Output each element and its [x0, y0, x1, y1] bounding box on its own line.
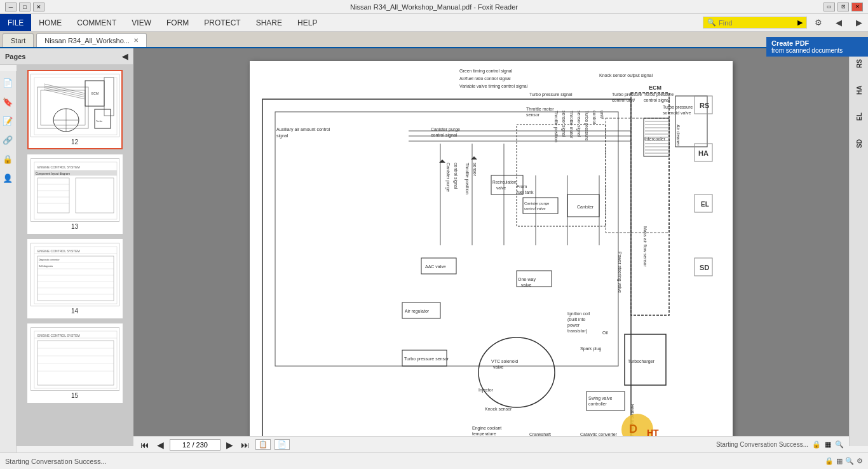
svg-text:AAC valve: AAC valve [425, 264, 446, 269]
svg-text:One-way: One-way [518, 277, 536, 282]
svg-text:HA: HA [698, 149, 709, 157]
svg-text:solenoid valve: solenoid valve [663, 111, 691, 115]
maximize-btn[interactable]: □ [19, 3, 31, 11]
settings-btn[interactable]: ⚙ [810, 14, 827, 32]
svg-text:Turbo: Turbo [96, 119, 103, 123]
svg-text:Auxiliary air amount control: Auxiliary air amount control [276, 127, 330, 132]
svg-text:Component layout diagram: Component layout diagram [36, 172, 70, 175]
nav-last-btn[interactable]: ⏭ [239, 440, 252, 447]
menu-help[interactable]: HELP [290, 14, 325, 31]
win-minimize-btn[interactable]: ▭ [824, 3, 835, 11]
win-close-btn[interactable]: ✕ [851, 3, 863, 11]
page-num-13: 13 [71, 223, 78, 230]
sidebar-security-icon[interactable]: 🔒 [0, 150, 15, 168]
sidebar: Pages ◀ ECM [0, 48, 133, 446]
menu-protect[interactable]: PROTECT [196, 14, 248, 31]
svg-text:Engine coolant: Engine coolant [472, 426, 501, 431]
page-thumbnail-12: ECM Turbo [31, 74, 119, 137]
sidebar-collapse-btn[interactable]: ◀ [122, 52, 128, 61]
sidebar-bookmarks-icon[interactable]: 🔖 [0, 93, 15, 111]
svg-text:Knock sensor output signal: Knock sensor output signal [599, 73, 653, 78]
svg-text:Turbocharger: Turbocharger [628, 359, 654, 364]
tab-start-label: Start [11, 37, 25, 44]
nav-copy-btn[interactable]: 📋 [255, 439, 271, 446]
status-message: Starting Conversation Success... [5, 458, 107, 465]
svg-text:control: control [592, 111, 597, 124]
menu-home[interactable]: HOME [31, 14, 69, 31]
right-label-ha: HA [851, 78, 867, 103]
svg-text:Green timing control signal: Green timing control signal [459, 69, 513, 74]
grid-icon: ▦ [825, 440, 831, 446]
svg-text:sensor signal: sensor signal [561, 111, 566, 137]
svg-text:control signal: control signal [644, 98, 670, 103]
create-pdf-banner[interactable]: Create PDF from scanned documents [766, 37, 868, 57]
right-label-sd: SD [851, 131, 867, 156]
svg-text:ECM: ECM [649, 85, 661, 91]
right-panel: RS HA EL SD [849, 48, 868, 446]
svg-text:Spark plug: Spark plug [580, 346, 602, 351]
nav-prev-btn[interactable]: ◀ [155, 440, 166, 447]
status-chart-icon: ▦ [836, 457, 843, 465]
forward-btn[interactable]: ▶ [850, 14, 868, 32]
svg-text:Turbo pressure: Turbo pressure [644, 92, 674, 97]
menu-form[interactable]: FORM [159, 14, 196, 31]
svg-text:Air/fuel ratio control signal: Air/fuel ratio control signal [459, 76, 511, 81]
pdf-page: ECM Air cleaner Green timing control sig… [250, 61, 733, 442]
svg-text:Canister purge: Canister purge [431, 127, 460, 132]
svg-text:Oil: Oil [602, 330, 608, 335]
menu-comment[interactable]: COMMENT [69, 14, 124, 31]
status-settings-icon: ⚙ [857, 457, 863, 465]
svg-text:Air cleaner: Air cleaner [676, 125, 681, 146]
tabs-bar: Start Nissan R34_All_Worksho... ✕ ▼ [0, 32, 868, 48]
svg-text:sensor signal: sensor signal [576, 111, 581, 137]
content-area[interactable]: ECM Air cleaner Green timing control sig… [133, 48, 849, 446]
svg-text:control valve: control valve [524, 207, 546, 210]
svg-text:Turbo pressure sensor: Turbo pressure sensor [404, 357, 449, 362]
svg-text:Recirculation: Recirculation [492, 180, 517, 184]
sidebar-annotations-icon[interactable]: 📝 [0, 112, 15, 130]
menu-view[interactable]: VIEW [124, 14, 159, 31]
back-btn[interactable]: ◀ [830, 14, 848, 32]
menu-share[interactable]: SHARE [248, 14, 290, 31]
sidebar-pages-icon[interactable]: 📄 [0, 74, 15, 92]
svg-text:ENGINE CONTROL SYSTEM: ENGINE CONTROL SYSTEM [37, 334, 80, 337]
minimize-btn[interactable]: ─ [5, 3, 17, 11]
sidebar-signature-icon[interactable]: 👤 [0, 169, 15, 187]
sidebar-title: Pages [5, 53, 25, 60]
page-thumbnail-14: ENGINE CONTROL SYSTEM Diagnostic connect… [31, 243, 119, 306]
tab-start[interactable]: Start [3, 33, 34, 47]
page-thumb-12[interactable]: ECM Turbo [27, 70, 123, 149]
search-box[interactable]: 🔍 ▶ [703, 17, 807, 29]
svg-text:Power steering valve: Power steering valve [617, 252, 622, 293]
page-input[interactable] [170, 439, 220, 447]
svg-text:Canister purge: Canister purge [524, 201, 550, 205]
svg-text:From: From [517, 184, 527, 189]
lock-icon: 🔒 [812, 440, 821, 446]
page-thumb-15[interactable]: ENGINE CONTROL SYSTEM 15 [27, 323, 123, 403]
tab-close-btn[interactable]: ✕ [133, 37, 139, 44]
banner-subtitle: from scanned documents [771, 47, 863, 54]
svg-text:control signal: control signal [453, 163, 458, 189]
close-btn[interactable]: ✕ [33, 3, 44, 11]
page-thumb-14[interactable]: ENGINE CONTROL SYSTEM Diagnostic connect… [27, 239, 123, 318]
page-thumb-13[interactable]: ENGINE CONTROL SYSTEM Component layout d… [27, 154, 123, 234]
sidebar-icon-strip: 📄 🔖 📝 🔗 🔒 👤 [0, 71, 17, 452]
search-input[interactable] [719, 19, 795, 27]
search-arrow-btn[interactable]: ▶ [797, 18, 803, 27]
nav-save-btn[interactable]: 📄 [275, 439, 290, 446]
svg-text:ENGINE CONTROL SYSTEM: ENGINE CONTROL SYSTEM [37, 249, 80, 253]
svg-text:sensor: sensor [473, 163, 477, 177]
nav-next-btn[interactable]: ▶ [224, 440, 235, 447]
svg-text:valve: valve [521, 283, 531, 287]
svg-text:transistor): transistor) [567, 329, 587, 334]
menu-file[interactable]: FILE [0, 14, 31, 31]
svg-text:Canister purge: Canister purge [445, 163, 451, 192]
svg-text:Throttle position: Throttle position [553, 111, 559, 142]
nav-first-btn[interactable]: ⏮ [139, 440, 151, 447]
svg-text:VTC solenoid: VTC solenoid [491, 359, 518, 364]
nav-status: Starting Conversation Success... [716, 441, 808, 446]
win-restore-btn[interactable]: ⊡ [837, 3, 849, 11]
page-num-15: 15 [71, 392, 78, 399]
sidebar-links-icon[interactable]: 🔗 [0, 131, 15, 149]
tab-document[interactable]: Nissan R34_All_Worksho... ✕ [36, 33, 147, 47]
